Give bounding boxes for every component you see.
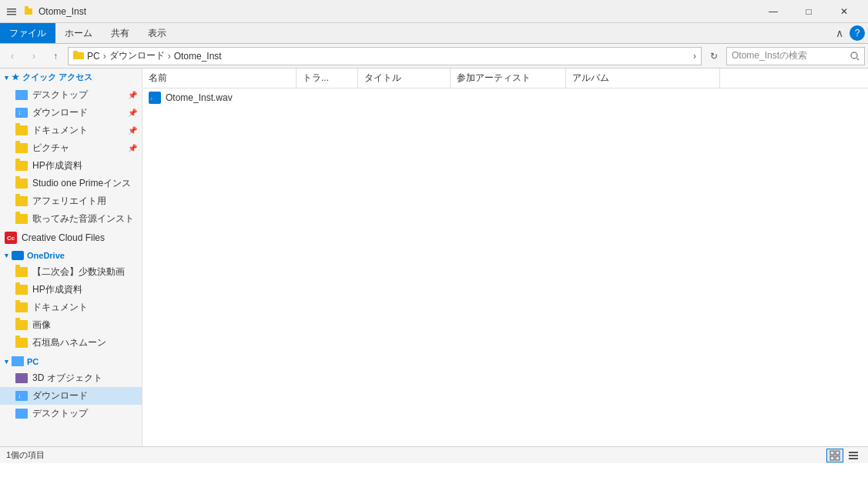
- forward-button[interactable]: ›: [25, 47, 43, 65]
- sidebar-item-affiliate[interactable]: アフェリエイト用: [0, 192, 142, 210]
- breadcrumb-pc: PC: [87, 51, 100, 62]
- sidebar-item-label: デスクトップ: [32, 407, 88, 420]
- sidebar-item-documents[interactable]: ドキュメント 📌: [0, 122, 142, 139]
- sidebar-item-dl2[interactable]: ダウンロード: [0, 387, 142, 405]
- addressbar: ‹ › ↑ PC › ダウンロード › Otome_Inst › ↻ Otome…: [0, 44, 868, 68]
- onedrive-header[interactable]: ▾ OneDrive: [0, 248, 142, 263]
- refresh-button[interactable]: ↻: [705, 47, 723, 65]
- tab-view[interactable]: 表示: [139, 23, 176, 43]
- sidebar-item-studio[interactable]: Studio one Primeインス: [0, 175, 142, 192]
- sidebar-item-pictures[interactable]: ピクチャ 📌: [0, 139, 142, 157]
- back-button[interactable]: ‹: [3, 47, 22, 65]
- col-title[interactable]: タイトル: [358, 68, 451, 88]
- sidebar-item-label: デスクトップ: [32, 88, 88, 102]
- col-name[interactable]: 名前: [142, 68, 297, 88]
- ishigaki-folder-icon: [15, 338, 28, 348]
- pin-icon: 📌: [128, 91, 137, 99]
- sidebar-item-download[interactable]: ダウンロード 📌: [0, 104, 142, 122]
- svg-rect-9: [830, 451, 834, 455]
- sidebar-item-utaite[interactable]: 歌ってみた音源インスト: [0, 210, 142, 228]
- sidebar-item-ishigaki[interactable]: 石垣島ハネムーン: [0, 334, 142, 352]
- status-count: 1個の項目: [6, 449, 45, 461]
- up-button[interactable]: ↑: [46, 47, 65, 65]
- sidebar-item-doc2[interactable]: ドキュメント: [0, 299, 142, 316]
- tab-share[interactable]: 共有: [102, 23, 139, 43]
- pictures-folder-icon: [15, 143, 28, 153]
- maximize-button[interactable]: □: [791, 0, 826, 23]
- chevron-down-icon: ▾: [5, 74, 8, 82]
- breadcrumb-current: Otome_Inst: [174, 51, 222, 62]
- sidebar-item-hp2[interactable]: HP作成資料: [0, 281, 142, 299]
- svg-rect-14: [849, 455, 858, 456]
- column-headers: 名前 トラ... タイトル 参加アーティスト アルバム: [142, 68, 868, 88]
- sidebar-item-image[interactable]: 画像: [0, 316, 142, 334]
- svg-text:♪: ♪: [150, 96, 152, 101]
- sidebar-item-nijikai[interactable]: 【二次会】少数決動画: [0, 263, 142, 281]
- titlebar-icons: Otome_Inst: [6, 6, 86, 17]
- list-view-icon: [848, 450, 859, 461]
- view-buttons: [826, 449, 862, 462]
- sidebar-item-label: ドキュメント: [32, 301, 88, 314]
- tab-file[interactable]: ファイル: [0, 23, 55, 43]
- svg-rect-2: [7, 14, 16, 15]
- help-button[interactable]: ?: [850, 25, 865, 41]
- affiliate-folder-icon: [15, 196, 28, 206]
- list-view-button[interactable]: [845, 449, 862, 462]
- sidebar-item-label: Studio one Primeインス: [32, 177, 131, 190]
- pc-header[interactable]: ▾ PC: [0, 353, 142, 369]
- col-track[interactable]: トラ...: [297, 68, 358, 88]
- quick-access-label: クイック アクセス: [22, 72, 92, 83]
- creative-cloud-icon: Cc: [5, 232, 17, 244]
- sidebar-item-creative-cloud[interactable]: Cc Creative Cloud Files: [0, 229, 142, 246]
- search-box[interactable]: Otome_Instの検索: [726, 47, 865, 65]
- wav-file-icon: ♪: [149, 92, 161, 104]
- sidebar-item-label: アフェリエイト用: [32, 195, 106, 208]
- desktop2-folder-icon: [15, 409, 28, 419]
- sidebar-item-label: Creative Cloud Files: [22, 232, 105, 243]
- sidebar-item-3d[interactable]: 3D オブジェクト: [0, 369, 142, 387]
- chevron-down-icon: ▾: [5, 252, 8, 259]
- onedrive-icon: [12, 251, 24, 260]
- sidebar-item-label: HP作成資料: [32, 283, 82, 296]
- search-icon: [850, 52, 860, 61]
- sidebar-item-desktop2[interactable]: デスクトップ: [0, 405, 142, 422]
- svg-rect-15: [849, 458, 858, 459]
- sidebar-item-label: 画像: [32, 319, 51, 332]
- dl2-folder-icon: [15, 391, 28, 401]
- ribbon-collapse-btn[interactable]: ∧: [833, 27, 846, 39]
- hp2-folder-icon: [15, 285, 28, 295]
- col-album[interactable]: アルバム: [566, 68, 720, 88]
- sidebar-item-label: ピクチャ: [32, 142, 69, 155]
- pin-icon: 📌: [128, 126, 137, 135]
- sidebar-item-label: 【二次会】少数決動画: [32, 265, 125, 279]
- statusbar: 1個の項目: [0, 446, 868, 463]
- svg-rect-4: [73, 51, 78, 53]
- tab-home[interactable]: ホーム: [55, 23, 102, 43]
- 3d-folder-icon: [15, 373, 28, 383]
- file-list: ♪ Otome_Inst.wav: [142, 88, 868, 446]
- sidebar-item-label: HP作成資料: [32, 159, 82, 172]
- pc-label: PC: [27, 357, 39, 366]
- sidebar-item-hp[interactable]: HP作成資料: [0, 157, 142, 175]
- sidebar-item-desktop[interactable]: デスクトップ 📌: [0, 86, 142, 104]
- close-button[interactable]: ✕: [826, 0, 862, 23]
- col-artist[interactable]: 参加アーティスト: [451, 68, 566, 88]
- svg-rect-0: [7, 8, 16, 10]
- grid-view-button[interactable]: [826, 449, 843, 462]
- sidebar-item-label: ダウンロード: [32, 106, 88, 119]
- file-name: Otome_Inst.wav: [166, 92, 233, 103]
- titlebar-controls: — □ ✕: [756, 0, 862, 23]
- breadcrumb[interactable]: PC › ダウンロード › Otome_Inst ›: [68, 47, 702, 65]
- svg-line-6: [857, 58, 860, 60]
- pin-icon: 📌: [128, 144, 137, 152]
- file-item-wav[interactable]: ♪ Otome_Inst.wav: [142, 88, 868, 107]
- chevron-down-icon: ▾: [5, 358, 8, 366]
- minimize-button[interactable]: —: [756, 0, 791, 23]
- utaite-folder-icon: [15, 214, 28, 224]
- sidebar-item-label: ダウンロード: [32, 389, 88, 402]
- ribbon-tabs: ファイル ホーム 共有 表示 ∧ ?: [0, 23, 868, 43]
- quick-access-header[interactable]: ▾ ★ クイック アクセス: [0, 68, 142, 86]
- svg-point-5: [851, 52, 857, 58]
- studio-folder-icon: [15, 179, 28, 189]
- documents-folder-icon: [15, 125, 28, 135]
